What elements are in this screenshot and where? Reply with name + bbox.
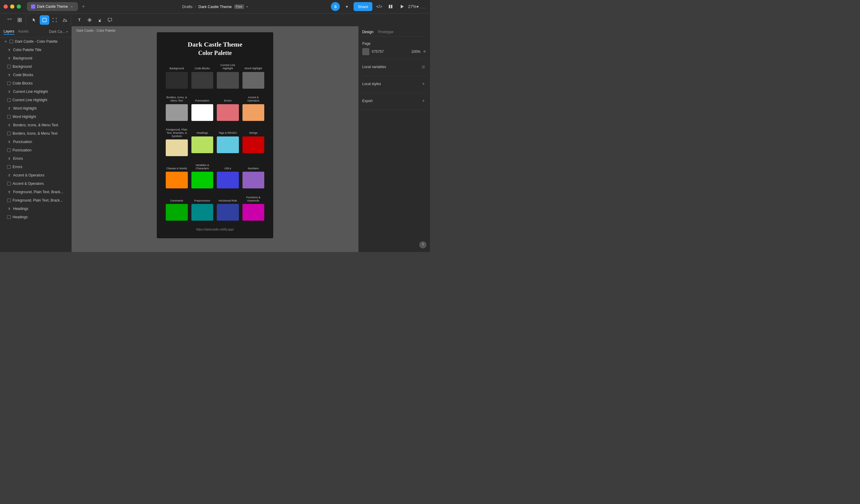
color-section-foreground: Foreground, Plain Text, Brackets, & Symb…: [164, 128, 190, 161]
move-tool[interactable]: [40, 15, 49, 25]
color-swatch-urls: [217, 172, 239, 188]
color-label: Strings: [242, 128, 265, 135]
page-color-swatch[interactable]: [362, 48, 369, 55]
color-swatch-punctuation: [191, 104, 214, 121]
add-local-style-icon[interactable]: +: [420, 81, 427, 87]
tab-prototype[interactable]: Prototype: [378, 30, 393, 34]
tab-close-icon[interactable]: ✕: [70, 4, 74, 9]
play-icon[interactable]: [398, 2, 406, 11]
layer-label: Current Line Highlight: [13, 89, 48, 94]
layer-label: Borders, Icons, & Menu Text: [13, 131, 58, 135]
color-section-background: Background: [164, 63, 190, 93]
layer-item-foreground-text[interactable]: T Foreground, Plain Text, Brack...: [0, 188, 71, 196]
breadcrumb-drafts[interactable]: Drafts: [182, 4, 192, 9]
chevron-down-icon[interactable]: ▾: [342, 2, 351, 11]
color-label: URLs: [216, 163, 240, 170]
vector-tool[interactable]: [60, 15, 70, 25]
tab-design[interactable]: Design: [362, 30, 373, 34]
hand-tool[interactable]: [95, 15, 104, 25]
layers-panels-tool[interactable]: [5, 15, 14, 25]
breadcrumb-dropdown-icon[interactable]: ▾: [246, 5, 248, 8]
layer-item-borders-text[interactable]: T Borders, Icons, & Menu Text: [0, 121, 71, 129]
layer-label: Foreground, Plain Text, Brack...: [13, 190, 63, 194]
layer-item-borders-frame[interactable]: Borders, Icons, & Menu Text: [0, 129, 71, 138]
color-swatch-code-blocks: [191, 72, 214, 89]
grid-tool[interactable]: [15, 15, 25, 25]
zoom-dropdown[interactable]: 27%▾: [409, 2, 418, 11]
add-tab-button[interactable]: +: [79, 2, 87, 11]
layer-label: Headings: [13, 215, 28, 219]
svg-marker-2: [401, 5, 404, 8]
code-icon[interactable]: </>: [375, 2, 384, 11]
layer-item-accent-frame[interactable]: Accent & Operators: [0, 179, 71, 188]
more-options-icon[interactable]: ...: [420, 3, 427, 10]
toolbar: T: [0, 13, 430, 26]
tab-layers[interactable]: Layers: [3, 29, 14, 35]
layer-item-foreground-frame[interactable]: Foreground, Plain Text, Brack...: [0, 196, 71, 204]
text-icon: T: [7, 156, 11, 161]
layer-label: Punctuation: [13, 140, 32, 144]
layer-label: Code Blocks: [13, 81, 32, 85]
layer-item-code-blocks-text[interactable]: T Code Blocks: [0, 71, 71, 79]
select-tool[interactable]: [30, 15, 39, 25]
close-button[interactable]: [3, 4, 8, 9]
layer-item-current-line-text[interactable]: T Current Line Highlight: [0, 87, 71, 96]
local-variables-section: Local variables: [362, 64, 427, 76]
frame-icon: [7, 148, 11, 152]
layer-item-accent-text[interactable]: T Accent & Operators: [0, 171, 71, 179]
eye-icon[interactable]: 👁: [423, 49, 427, 54]
local-variables-settings-icon[interactable]: [420, 64, 427, 70]
color-label: Word Highlight: [242, 63, 265, 70]
color-label: Headings: [191, 128, 214, 135]
frame-icon: [7, 182, 11, 185]
page-section-header: Page: [362, 42, 427, 46]
add-export-icon[interactable]: +: [420, 98, 427, 104]
design-card: Dark Castle Theme Color Palette Backgrou…: [157, 32, 273, 238]
export-header[interactable]: Export +: [362, 98, 427, 104]
color-label: Variables & Characters: [191, 163, 214, 170]
titlebar-right: S ▾ Share </> 27%▾ ...: [331, 2, 427, 11]
layer-label: Punctuation: [13, 148, 31, 152]
layer-item-background-text[interactable]: T Background: [0, 54, 71, 62]
comment-tool[interactable]: [105, 15, 115, 25]
tab-dark-castle[interactable]: Dark Castle Theme ✕: [27, 2, 78, 11]
help-button[interactable]: ?: [419, 241, 427, 248]
page-hex-value[interactable]: 575757: [372, 49, 409, 54]
layer-item-punctuation-frame[interactable]: Punctuation: [0, 146, 71, 154]
avatar[interactable]: S: [331, 2, 340, 11]
color-section-comments: Comments: [164, 196, 190, 226]
layer-item-headings-text[interactable]: T Headings: [0, 204, 71, 213]
svg-point-12: [423, 66, 424, 68]
layer-item-word-highlight-text[interactable]: T Word Highlight: [0, 104, 71, 113]
layer-item-headings-frame[interactable]: Headings: [0, 213, 71, 221]
layer-item-dark-castle-frame[interactable]: Dark Castle - Color Palette: [0, 37, 71, 46]
layer-item-code-blocks-frame[interactable]: Code Blocks: [0, 79, 71, 87]
maximize-button[interactable]: [17, 4, 21, 9]
layer-item-errors-frame[interactable]: Errors: [0, 163, 71, 171]
minimize-button[interactable]: [10, 4, 14, 9]
layer-item-background-frame[interactable]: Background: [0, 62, 71, 71]
tab-assets[interactable]: Assets: [18, 29, 29, 35]
book-icon[interactable]: [386, 2, 395, 11]
svg-rect-5: [18, 18, 19, 20]
local-styles-header[interactable]: Local styles +: [362, 81, 427, 87]
page-opacity-value[interactable]: 100%: [411, 49, 420, 54]
text-tool[interactable]: T: [75, 15, 84, 25]
layer-label: Foreground, Plain Text, Brack...: [13, 198, 63, 202]
layer-item-punctuation-text[interactable]: T Punctuation: [0, 138, 71, 146]
frame-tool[interactable]: [50, 15, 59, 25]
color-swatch-variables: [191, 172, 214, 188]
breadcrumb-arrow-icon[interactable]: ▾: [66, 30, 68, 33]
component-tool[interactable]: [85, 15, 94, 25]
layer-item-color-palette-title[interactable]: T Color Palette Title: [0, 46, 71, 54]
color-swatch-foreground: [166, 140, 188, 156]
layer-item-errors-text[interactable]: T Errors: [0, 154, 71, 163]
color-section-numbers: Numbers: [241, 163, 266, 193]
color-section-headings: Headings: [190, 128, 215, 161]
local-variables-header[interactable]: Local variables: [362, 64, 427, 70]
share-button[interactable]: Share: [354, 2, 372, 11]
layer-item-word-highlight-frame[interactable]: Word Highlight: [0, 113, 71, 121]
page-section-title: Page: [362, 42, 371, 46]
layer-item-current-line-frame[interactable]: Current Line Highlight: [0, 96, 71, 104]
export-section: Export +: [362, 98, 427, 110]
